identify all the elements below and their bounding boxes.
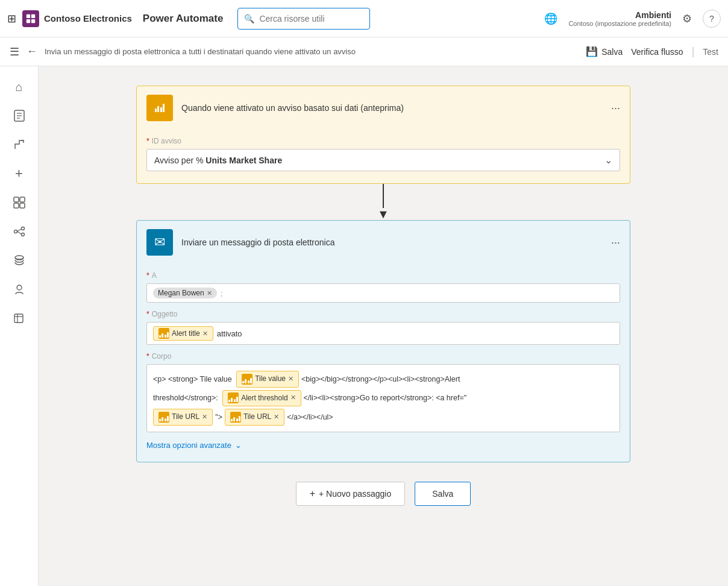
new-step-label: + Nuovo passaggio (319, 489, 391, 499)
pbi-mini-icon-3 (158, 412, 169, 423)
svg-point-17 (15, 256, 24, 259)
subject-field-box[interactable]: Alert title ✕ attivato (146, 322, 620, 345)
tile-url-token-1: Tile URL ✕ (153, 409, 213, 426)
sidebar-item-home[interactable]: ⌂ (6, 74, 33, 100)
alert-title-token-label: Alert title (172, 329, 200, 338)
svg-rect-0 (27, 14, 30, 17)
pbi-bars-icon (155, 104, 165, 112)
chevron-down-icon-advanced: ⌄ (235, 441, 242, 450)
id-avviso-dropdown[interactable]: Avviso per % Units Market Share ⌄ (146, 149, 620, 171)
arrow-down-icon: ▼ (377, 208, 389, 220)
svg-rect-11 (20, 203, 25, 208)
remove-recipient-button[interactable]: ✕ (207, 289, 212, 297)
sidebar-item-ai-builder[interactable] (6, 276, 33, 303)
search-icon: 🔍 (244, 14, 254, 24)
svg-point-12 (14, 230, 17, 233)
trigger-title: Quando viene attivato un avviso basato s… (181, 103, 603, 113)
settings-icon[interactable]: ⚙ (682, 12, 692, 25)
logo-icon (22, 10, 39, 27)
action-card: ✉ Inviare un messaggio di posta elettron… (136, 220, 630, 462)
id-avviso-label: *ID avviso (146, 137, 620, 145)
sidebar: ⌂ + (0, 66, 39, 586)
hamburger-menu-icon[interactable]: ☰ (10, 45, 19, 58)
sidebar-item-flows[interactable] (6, 131, 33, 158)
pbi-mini-icon (242, 374, 253, 385)
pbi-mini-icon-2 (228, 392, 239, 403)
environment-selector[interactable]: Ambienti Contoso (impostazione predefini… (568, 10, 671, 27)
search-bar[interactable]: 🔍 (237, 8, 370, 30)
sidebar-item-data[interactable] (6, 247, 33, 274)
sidebar-item-learn[interactable] (6, 305, 33, 332)
pbi-mini-icon-4 (230, 412, 241, 423)
save-bottom-button[interactable]: Salva (415, 482, 471, 506)
apps-grid-icon[interactable]: ⊞ (7, 12, 16, 25)
main-layout: ⌂ + (0, 66, 728, 586)
svg-rect-19 (14, 314, 23, 323)
sidebar-item-approvals[interactable] (6, 102, 33, 129)
help-icon[interactable]: ? (703, 10, 721, 28)
body-line-3: Tile URL ✕ "> (153, 409, 613, 426)
new-step-button[interactable]: + + Nuovo passaggio (296, 482, 406, 506)
remove-alert-threshold-button[interactable]: ✕ (290, 392, 296, 404)
action-card-body: *A Megan Bowen ✕ ; *Ogge (137, 264, 630, 462)
sidebar-item-connectors[interactable] (6, 218, 33, 245)
recipient-name: Megan Bowen (158, 289, 204, 297)
remove-subject-token-button[interactable]: ✕ (202, 330, 208, 338)
app-name: Power Automate (143, 13, 224, 25)
subject-static-text: attivato (217, 329, 242, 338)
flow-connector: ▼ (377, 184, 389, 220)
svg-line-15 (17, 229, 21, 232)
dropdown-value: Avviso per % Units Market Share (154, 156, 282, 165)
main-content: Quando viene attivato un avviso basato s… (39, 66, 728, 586)
remove-tile-url-1-button[interactable]: ✕ (202, 411, 207, 423)
body-line-1: <p> <strong> Tile value Tile value (153, 371, 613, 388)
remove-tile-url-2-button[interactable]: ✕ (274, 411, 279, 423)
environment-sub: Contoso (impostazione predefinita) (568, 20, 671, 27)
back-button[interactable]: ← (27, 45, 37, 58)
action-more-button[interactable]: ··· (611, 236, 620, 249)
tile-url-token-2-label: Tile URL (243, 411, 271, 424)
svg-rect-3 (31, 19, 35, 22)
body-line-2: threshold</strong>: Alert threshold (153, 390, 613, 407)
topnav-right-section: 🌐 Ambienti Contoso (impostazione predefi… (544, 10, 721, 28)
svg-rect-10 (14, 203, 19, 208)
tile-value-token-label: Tile value (255, 373, 286, 386)
save-icon: 💾 (586, 46, 598, 57)
sidebar-item-templates[interactable] (6, 189, 33, 216)
show-advanced-button[interactable]: Mostra opzioni avanzate ⌄ (146, 441, 620, 450)
trigger-icon (146, 95, 173, 121)
subject-field-row: *Oggetto Alert title ✕ (146, 310, 620, 345)
remove-tile-value-button[interactable]: ✕ (288, 373, 293, 385)
svg-point-14 (21, 233, 24, 236)
svg-rect-9 (20, 197, 25, 202)
test-button[interactable]: Test (703, 47, 718, 57)
secondary-navigation: ☰ ← Invia un messaggio di posta elettron… (0, 37, 728, 66)
tile-url-token-2: Tile URL ✕ (225, 409, 284, 426)
environment-name: Ambienti (635, 10, 671, 20)
tile-url-token-1-label: Tile URL (172, 411, 199, 424)
alert-title-token: Alert title ✕ (153, 326, 213, 341)
trigger-card: Quando viene attivato un avviso basato s… (136, 86, 630, 184)
subject-label: *Oggetto (146, 310, 620, 318)
svg-rect-1 (31, 14, 35, 17)
verify-flow-button[interactable]: Verifica flusso (631, 47, 683, 57)
bottom-actions: + + Nuovo passaggio Salva (296, 482, 471, 530)
save-button[interactable]: 💾 Salva (586, 46, 623, 57)
to-field-box[interactable]: Megan Bowen ✕ ; (146, 283, 620, 303)
sidebar-item-create[interactable]: + (6, 160, 33, 187)
trigger-card-header: Quando viene attivato un avviso basato s… (137, 86, 630, 130)
chevron-down-icon: ⌄ (604, 154, 612, 166)
show-advanced-label: Mostra opzioni avanzate (146, 441, 231, 450)
alert-threshold-token-label: Alert threshold (241, 392, 287, 405)
flow-actions: 💾 Salva Verifica flusso | Test (586, 45, 718, 58)
email-icon: ✉ (154, 235, 165, 250)
body-field-box[interactable]: <p> <strong> Tile value Tile value (146, 364, 620, 432)
company-name: Contoso Electronics (44, 13, 132, 24)
pbi-mini-icon (158, 328, 169, 339)
svg-point-18 (17, 285, 22, 290)
plus-icon: + (310, 488, 315, 499)
action-card-header: ✉ Inviare un messaggio di posta elettron… (137, 221, 630, 264)
search-input[interactable] (259, 14, 356, 24)
globe-icon[interactable]: 🌐 (544, 12, 557, 25)
trigger-more-button[interactable]: ··· (611, 102, 620, 115)
